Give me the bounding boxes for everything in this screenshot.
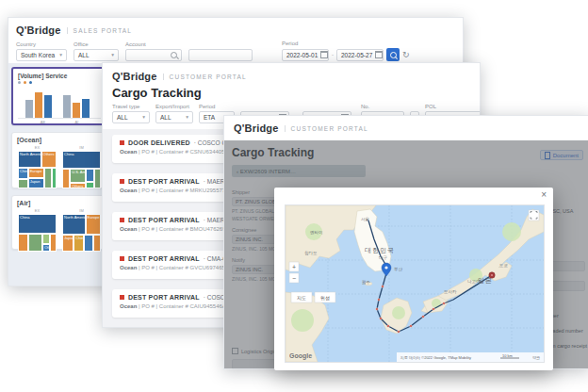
air-chart-title: [Air]: [17, 200, 102, 206]
mode-label: Ocean: [120, 226, 137, 232]
period-type-value: ETA: [204, 114, 215, 121]
route-dot: [443, 302, 446, 305]
period-from-input[interactable]: 2022-05-01: [282, 49, 329, 61]
treemap-block: Oth...: [42, 244, 50, 252]
customer-portal-label: CUSTOMER PORTAL: [163, 74, 247, 80]
status-icon: [120, 295, 124, 300]
bar-group-label: AE: [41, 120, 45, 124]
period-to-value: 2022-05-27: [341, 52, 372, 58]
tracking-portal-label: CUSTOMER PORTAL: [285, 125, 368, 132]
country-value: South Korea: [21, 52, 55, 58]
destination-marker[interactable]: [489, 272, 495, 278]
route-dot: [422, 316, 425, 318]
treemap-block: North America: [18, 151, 41, 168]
treemap-block: China: [18, 214, 57, 234]
status-icon: [120, 179, 124, 184]
volume-bar-chart: [18, 86, 101, 119]
svg-text:지도 데이터 ©2022 Google, TMap Mobi: 지도 데이터 ©2022 Google, TMap Mobility: [400, 355, 471, 360]
treemap: ChinaOth...: [18, 214, 57, 252]
city-label: 광주: [362, 280, 371, 285]
status-label: DEST PORT ARRIVAL: [128, 217, 200, 223]
ocean-treemaps: EXNorth AmericaOthersChinaEuropeJapanIMC…: [17, 145, 102, 188]
zoom-out-button[interactable]: −: [289, 273, 299, 283]
export-import-value: ALL: [160, 114, 172, 121]
volume-service-card[interactable]: [Volume] Service AEAI: [11, 67, 107, 125]
route-dot: [398, 331, 400, 334]
treemap-block: [44, 168, 52, 188]
bar: [35, 92, 42, 118]
country-label: Country: [16, 41, 67, 47]
map-terms-link[interactable]: 약관: [532, 355, 540, 360]
fullscreen-button[interactable]: [529, 210, 539, 220]
office-value: ALL: [78, 52, 90, 58]
desktop-canvas: Q'Bridge SALES PORTAL Country South Kore…: [0, 0, 588, 392]
treemap: North AmericaOthersChinaEuropeJapan: [18, 151, 57, 188]
route-map[interactable]: 대한민국 일본 서울대구광주부산옌타이칭다오오사카나고야도쿄: [285, 204, 545, 363]
travel-type-value: ALL: [117, 114, 128, 121]
refresh-button[interactable]: ↻: [402, 51, 410, 59]
legend-dot: [24, 81, 26, 84]
air-treemap-card[interactable]: [Air] EXChinaOth...IMNorth AmericaEurope…: [11, 195, 107, 250]
app-logo: Q'Bridge: [112, 71, 157, 82]
export-import-select[interactable]: ALL▾: [155, 111, 193, 123]
mode-label: Ocean: [120, 149, 137, 155]
search-icon: [390, 52, 397, 58]
travel-type-select[interactable]: ALL▾: [112, 111, 150, 123]
period-to-input[interactable]: 2022-05-27: [336, 49, 384, 61]
city-label: 옌타이: [310, 230, 323, 235]
route-dot: [433, 308, 435, 311]
route-map-modal: ×: [274, 188, 553, 370]
status-label: DOOR DELIVERED: [128, 139, 190, 146]
treemap-block: [18, 179, 28, 188]
route-dot: [380, 318, 383, 320]
route-dot: [382, 286, 384, 288]
search-button[interactable]: [386, 48, 400, 61]
period-label: Period: [199, 104, 235, 109]
treemap-block: Japan: [28, 178, 44, 188]
treemap-block: [84, 235, 93, 252]
office-select[interactable]: ALL▾: [74, 49, 119, 61]
city-label: 나고야: [467, 279, 481, 284]
account-search-input[interactable]: [125, 49, 182, 61]
status-label: DEST PORT ARRIVAL: [128, 255, 200, 262]
chart-legend: [18, 81, 101, 84]
search-icon: [171, 52, 177, 58]
treemap-block: [52, 168, 57, 188]
route-dot: [410, 325, 413, 328]
zoom-in-button[interactable]: +: [289, 262, 299, 271]
app-logo: Q'Bridge: [234, 122, 279, 134]
svg-text:−: −: [292, 275, 296, 282]
treemap-block: Japan: [62, 235, 74, 252]
city-label: 오사카: [444, 289, 457, 294]
route-dot: [376, 308, 379, 311]
bar-group-labels: AEAI: [18, 119, 101, 124]
close-icon[interactable]: ×: [541, 190, 547, 200]
treemap-block: [50, 234, 57, 252]
ocean-treemap-card[interactable]: [Ocean] EXNorth AmericaOthersChinaEurope…: [11, 132, 107, 188]
map-button: 지도: [297, 295, 306, 301]
legend-dot: [18, 81, 21, 84]
treemap-label: EX: [35, 208, 40, 213]
svg-text:10 km: 10 km: [502, 353, 514, 358]
treemap-block: [42, 234, 50, 244]
legend-dot: [29, 81, 32, 84]
period-from-value: 2022-05-01: [286, 52, 318, 58]
treemap-block: [62, 169, 70, 188]
app-logo: Q'Bridge: [16, 24, 61, 36]
label-south-korea: 대한민국: [365, 247, 395, 253]
treemap-block: [86, 182, 94, 188]
city-label: 서울: [361, 217, 370, 221]
country-select[interactable]: South Korea▾: [16, 49, 67, 61]
tracking-detail-window: Q'Bridge CUSTOMER PORTAL Cargo Tracking …: [223, 115, 588, 369]
pol-label: POL: [425, 104, 481, 109]
air-treemaps: EXChinaOth...IMNorth AmericaEuropeJapanC…: [17, 208, 102, 252]
account-name-input[interactable]: [188, 49, 253, 61]
svg-text:+: +: [292, 264, 296, 270]
period-label: Period: [282, 41, 410, 46]
treemap-block: Others: [70, 183, 86, 188]
treemap-block: [28, 234, 42, 252]
treemap-label: IM: [79, 208, 83, 213]
treemap-block: China: [18, 168, 28, 179]
status-icon: [120, 218, 124, 222]
treemap-label: EX: [35, 145, 40, 150]
